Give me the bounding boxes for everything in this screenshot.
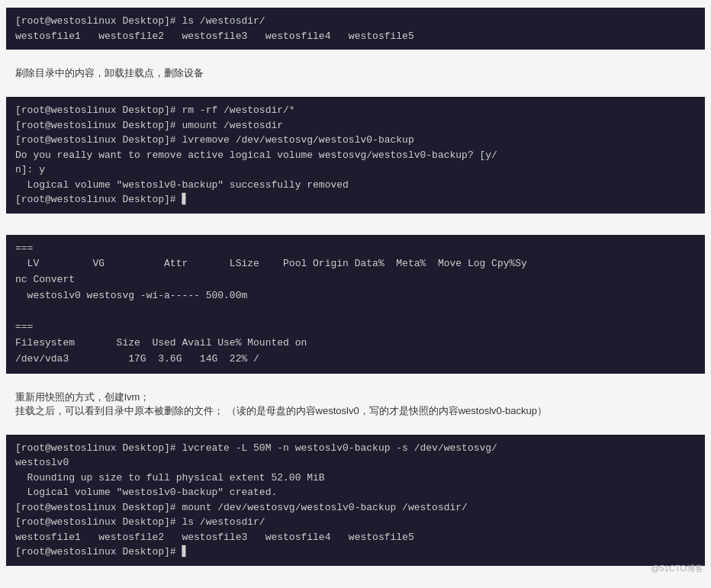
- t4-line0: [root@westoslinux Desktop]# lvcreate -L …: [15, 442, 497, 454]
- t4-line5: [root@westoslinux Desktop]# ls /westosdi…: [15, 516, 265, 528]
- t2-line0: [root@westoslinux Desktop]# rm -rf /west…: [15, 104, 295, 116]
- gap-5: [0, 374, 711, 384]
- annotation-text-1: 刷除目录中的内容，卸载挂载点，删除设备: [15, 67, 204, 79]
- t4-line4: [root@westoslinux Desktop]# mount /dev/w…: [15, 502, 468, 513]
- terminal-block-2: [root@westoslinux Desktop]# rm -rf /west…: [6, 97, 705, 214]
- annotation-2: 重新用快照的方式，创建lvm； 挂载之后，可以看到目录中原本被删除的文件； （读…: [6, 384, 705, 424]
- t4-line6: westosfile1 westosfile2 westosfile3 west…: [15, 532, 414, 543]
- t4-line7: [root@westoslinux Desktop]# ▋: [15, 546, 188, 557]
- annotation-1: 刷除目录中的内容，卸载挂载点，删除设备: [6, 60, 705, 86]
- gap-1: [0, 50, 711, 60]
- t3-line5: ===: [15, 321, 33, 333]
- t4-line1: westoslv0: [15, 457, 69, 468]
- terminal-line: westosfile1 westosfile2 westosfile3 west…: [15, 31, 414, 42]
- gap-2: [0, 86, 711, 97]
- t2-line3: Do you really want to remove active logi…: [15, 149, 497, 161]
- t4-line3: Logical volume "westoslv0-backup" create…: [15, 487, 277, 498]
- gap-4: [0, 224, 711, 235]
- terminal-block-3: === LV VG Attr LSize Pool Origin Data% M…: [6, 235, 705, 374]
- annotation-text-2a: 重新用快照的方式，创建lvm；: [15, 391, 150, 403]
- t2-line2: [root@westoslinux Desktop]# lvremove /de…: [15, 134, 414, 146]
- t3-line1: LV VG Attr LSize Pool Origin Data% Meta%…: [15, 258, 527, 269]
- gap-6: [0, 424, 711, 435]
- t4-line2: Rounding up size to full physical extent…: [15, 472, 325, 484]
- t2-line6: [root@westoslinux Desktop]# ▋: [15, 194, 188, 205]
- watermark: @51CTO博客: [651, 563, 703, 574]
- t3-line2: nc Convert: [15, 274, 75, 285]
- annotation-text-2b: 挂载之后，可以看到目录中原本被删除的文件； （读的是母盘的内容westoslv0…: [15, 405, 547, 416]
- terminal-line: [root@westoslinux Desktop]# ls /westosdi…: [15, 15, 265, 27]
- t3-line3: westoslv0 westosvg -wi-a----- 500.00m: [15, 290, 247, 301]
- t2-line5: Logical volume "westoslv0-backup" succes…: [15, 179, 349, 191]
- terminal-block-4: [root@westoslinux Desktop]# lvcreate -L …: [6, 435, 705, 566]
- terminal-block-1: [root@westoslinux Desktop]# ls /westosdi…: [6, 8, 705, 50]
- page-wrapper: [root@westoslinux Desktop]# ls /westosdi…: [0, 0, 711, 574]
- t3-line0: ===: [15, 243, 33, 254]
- t3-line7: /dev/vda3 17G 3.6G 14G 22% /: [15, 353, 259, 365]
- gap-3: [0, 214, 711, 224]
- t2-line4: n]: y: [15, 164, 45, 175]
- t3-line6: Filesystem Size Used Avail Use% Mounted …: [15, 337, 307, 349]
- t2-line1: [root@westoslinux Desktop]# umount /west…: [15, 120, 283, 131]
